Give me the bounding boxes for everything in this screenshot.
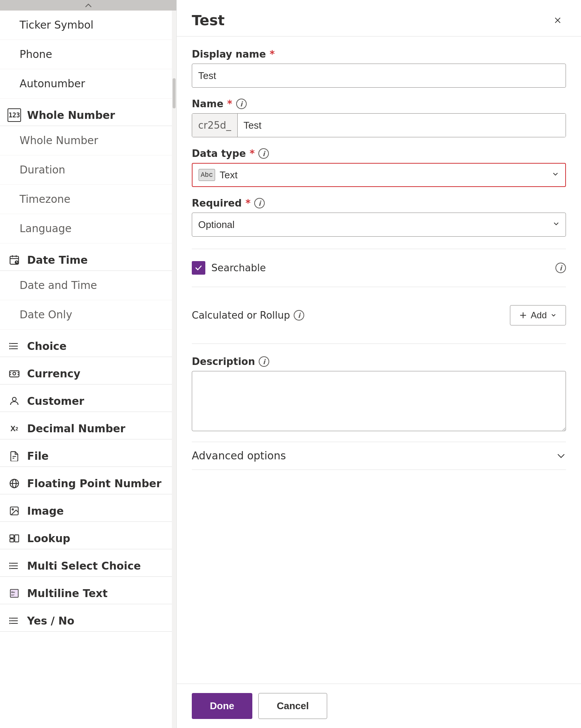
sidebar-item-choice[interactable]: Choice bbox=[0, 330, 172, 357]
searchable-info-icon[interactable]: i bbox=[555, 263, 566, 273]
name-prefix: cr25d_ bbox=[192, 114, 238, 137]
whole-number-icon: 123 bbox=[8, 108, 21, 122]
yes-no-icon bbox=[8, 614, 21, 628]
svg-rect-13 bbox=[10, 371, 19, 377]
right-panel: Test Display name * Name * i cr bbox=[177, 0, 581, 728]
file-icon bbox=[8, 449, 21, 463]
required-label: Required * i bbox=[192, 198, 566, 209]
image-icon bbox=[8, 504, 21, 518]
advanced-options-chevron-icon bbox=[556, 451, 566, 461]
cancel-button[interactable]: Cancel bbox=[258, 693, 327, 719]
display-name-label: Display name * bbox=[192, 49, 566, 60]
panel-title: Test bbox=[192, 12, 225, 29]
name-label: Name * i bbox=[192, 98, 566, 109]
choice-icon bbox=[8, 339, 21, 353]
panel-body: Display name * Name * i cr25d_ Data type… bbox=[177, 36, 581, 684]
data-type-label: Data type * i bbox=[192, 148, 566, 159]
searchable-row: Searchable i bbox=[192, 261, 566, 275]
divider-1 bbox=[192, 249, 566, 249]
required-select[interactable]: Optional Required Recommended bbox=[192, 213, 566, 237]
decimal-icon: X2 bbox=[8, 422, 21, 435]
name-required: * bbox=[227, 98, 232, 109]
advanced-options-label: Advanced options bbox=[192, 450, 286, 462]
required-info-icon[interactable]: i bbox=[254, 198, 265, 208]
sidebar-item-date-and-time[interactable]: Date and Time bbox=[0, 271, 172, 300]
required-select-wrapper: Optional Required Recommended bbox=[192, 213, 566, 237]
sidebar-item-duration[interactable]: Duration bbox=[0, 155, 172, 185]
description-label: Description i bbox=[192, 356, 566, 367]
svg-point-14 bbox=[13, 372, 16, 375]
required-group: Required * i Optional Required Recommend… bbox=[192, 198, 566, 237]
sidebar-item-date-only[interactable]: Date Only bbox=[0, 300, 172, 330]
data-type-select-wrapper: Abc Text Whole Number Decimal Number Cur… bbox=[192, 163, 566, 187]
sidebar-item-decimal-number[interactable]: X2 Decimal Number bbox=[0, 412, 172, 439]
data-type-info-icon[interactable]: i bbox=[258, 148, 269, 159]
sidebar-item-ticker-symbol[interactable]: Ticker Symbol bbox=[0, 11, 172, 40]
data-type-select[interactable]: Text Whole Number Decimal Number Currenc… bbox=[220, 169, 565, 181]
sidebar-item-whole-number-header[interactable]: 123 Whole Number bbox=[0, 99, 172, 126]
panel-header: Test bbox=[177, 0, 581, 36]
sidebar-item-phone[interactable]: Phone bbox=[0, 40, 172, 69]
description-info-icon[interactable]: i bbox=[259, 356, 269, 367]
searchable-checkbox[interactable] bbox=[192, 261, 205, 275]
sidebar-item-floating-point[interactable]: Floating Point Number bbox=[0, 467, 172, 494]
scroll-up-indicator[interactable] bbox=[0, 0, 176, 11]
sidebar-item-multiline-text[interactable]: Abc def Multiline Text bbox=[0, 577, 172, 604]
calculated-row: Calculated or Rollup i Add bbox=[192, 299, 566, 331]
left-scrollbar[interactable] bbox=[172, 11, 176, 728]
calculated-label: Calculated or Rollup i bbox=[192, 310, 304, 321]
svg-rect-38 bbox=[11, 590, 18, 597]
name-info-icon[interactable]: i bbox=[236, 99, 247, 109]
add-button[interactable]: Add bbox=[510, 305, 566, 325]
data-type-required: * bbox=[250, 148, 255, 159]
advanced-options-row[interactable]: Advanced options bbox=[192, 442, 566, 470]
svg-text:Abc: Abc bbox=[11, 591, 15, 593]
floating-point-icon bbox=[8, 477, 21, 490]
divider-2 bbox=[192, 287, 566, 287]
divider-3 bbox=[192, 343, 566, 344]
sidebar-item-file[interactable]: File bbox=[0, 439, 172, 467]
svg-rect-28 bbox=[10, 539, 14, 542]
left-content: Ticker Symbol Phone Autonumber 123 Whole… bbox=[0, 11, 172, 728]
name-field-wrapper: cr25d_ bbox=[192, 113, 566, 137]
required-star: * bbox=[246, 198, 251, 209]
close-button[interactable] bbox=[549, 12, 566, 29]
multiline-text-icon: Abc def bbox=[8, 587, 21, 600]
svg-text:def: def bbox=[11, 594, 15, 596]
sidebar-item-customer[interactable]: Customer bbox=[0, 385, 172, 412]
lookup-icon bbox=[8, 532, 21, 545]
sidebar-item-lookup[interactable]: Lookup bbox=[0, 522, 172, 549]
name-input[interactable] bbox=[238, 114, 566, 137]
svg-point-19 bbox=[12, 397, 16, 401]
done-button[interactable]: Done bbox=[192, 693, 252, 719]
display-name-group: Display name * bbox=[192, 49, 566, 88]
calculated-info-icon[interactable]: i bbox=[294, 310, 304, 321]
display-name-input[interactable] bbox=[192, 64, 566, 88]
panel-footer: Done Cancel bbox=[177, 684, 581, 728]
svg-rect-27 bbox=[10, 535, 14, 538]
description-group: Description i bbox=[192, 356, 566, 431]
sidebar-item-multi-select-choice[interactable]: Multi Select Choice bbox=[0, 549, 172, 577]
sidebar-item-autonumber[interactable]: Autonumber bbox=[0, 69, 172, 99]
sidebar-item-currency[interactable]: Currency bbox=[0, 357, 172, 385]
sidebar-item-image[interactable]: Image bbox=[0, 494, 172, 522]
svg-point-26 bbox=[12, 509, 14, 510]
data-type-icon: Abc bbox=[199, 169, 215, 181]
sidebar-item-yes-no[interactable]: Yes / No bbox=[0, 604, 172, 632]
sidebar-item-date-time-header[interactable]: Date Time bbox=[0, 243, 172, 271]
sidebar-item-whole-number[interactable]: Whole Number bbox=[0, 126, 172, 155]
name-group: Name * i cr25d_ bbox=[192, 98, 566, 137]
svg-rect-29 bbox=[15, 535, 18, 542]
display-name-required: * bbox=[270, 49, 275, 60]
left-panel: Ticker Symbol Phone Autonumber 123 Whole… bbox=[0, 0, 177, 728]
multi-select-icon bbox=[8, 559, 21, 573]
left-scrollbar-thumb[interactable] bbox=[173, 78, 176, 108]
left-scroll-container: Ticker Symbol Phone Autonumber 123 Whole… bbox=[0, 11, 176, 728]
customer-icon bbox=[8, 394, 21, 408]
searchable-label: Searchable bbox=[211, 262, 266, 274]
sidebar-item-language[interactable]: Language bbox=[0, 214, 172, 243]
sidebar-item-timezone[interactable]: Timezone bbox=[0, 185, 172, 214]
currency-icon bbox=[8, 367, 21, 380]
data-type-group: Data type * i Abc Text Whole Number Deci… bbox=[192, 148, 566, 187]
description-textarea[interactable] bbox=[192, 371, 566, 431]
